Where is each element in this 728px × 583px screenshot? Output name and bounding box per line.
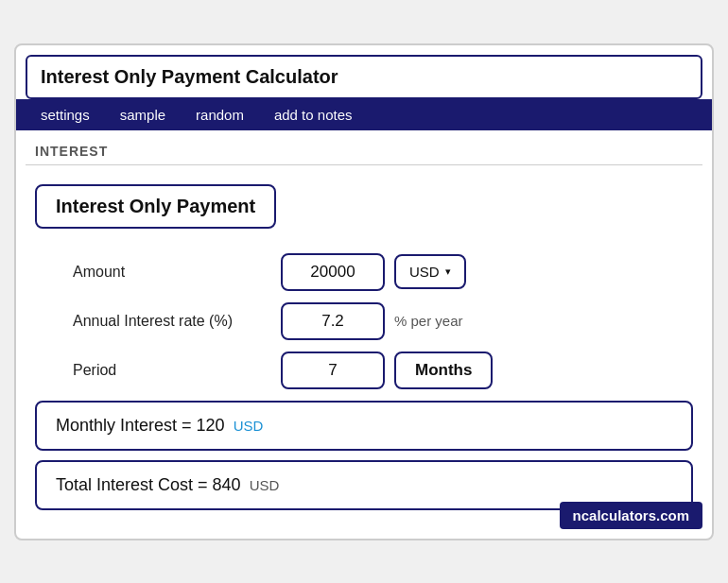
tab-bar: settings sample random add to notes	[16, 99, 712, 130]
section-label: INTEREST	[16, 130, 712, 164]
tab-add-to-notes[interactable]: add to notes	[259, 99, 368, 130]
currency-dropdown[interactable]: USD ▾	[394, 254, 466, 289]
interest-label: Annual Interest rate (%)	[73, 313, 281, 330]
calculator-container: Interest Only Payment Calculator setting…	[14, 43, 714, 540]
interest-row: Annual Interest rate (%) % per year	[73, 302, 693, 340]
monthly-interest-result: Monthly Interest = 120 USD	[35, 401, 693, 451]
interest-unit: % per year	[394, 313, 463, 329]
result-box: Interest Only Payment	[35, 184, 276, 229]
total-interest-label: Total Interest Cost = 840	[56, 475, 241, 494]
amount-input[interactable]	[281, 253, 385, 291]
period-unit-button[interactable]: Months	[394, 352, 493, 389]
dropdown-arrow: ▾	[445, 266, 451, 278]
total-interest-currency: USD	[250, 477, 280, 493]
page-title: Interest Only Payment Calculator	[41, 66, 338, 87]
brand-badge: ncalculators.com	[560, 502, 702, 529]
period-label: Period	[73, 362, 281, 379]
period-input[interactable]	[281, 352, 385, 389]
amount-label: Amount	[73, 264, 281, 281]
monthly-interest-currency: USD	[234, 418, 264, 434]
currency-label: USD	[409, 264, 440, 280]
period-row: Period Months	[73, 352, 693, 389]
tab-random[interactable]: random	[181, 99, 259, 130]
monthly-interest-label: Monthly Interest = 120	[56, 416, 225, 435]
tab-settings[interactable]: settings	[26, 99, 105, 130]
amount-row: Amount USD ▾	[73, 253, 693, 291]
tab-sample[interactable]: sample	[105, 99, 181, 130]
title-bar: Interest Only Payment Calculator	[26, 55, 702, 99]
section-divider	[26, 164, 702, 165]
interest-input[interactable]	[281, 302, 385, 340]
